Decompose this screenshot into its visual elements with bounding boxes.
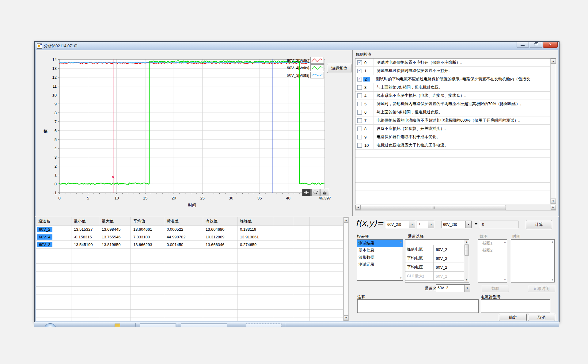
zoom-magnifier-icon[interactable]: [311, 189, 320, 196]
ok-button[interactable]: 确定: [499, 314, 527, 321]
scroll-up-icon[interactable]: ▲: [504, 241, 506, 243]
rules-hscroll-thumb[interactable]: [361, 205, 506, 210]
scroll-thumb[interactable]: [465, 245, 469, 256]
checkbox-icon[interactable]: [357, 85, 362, 90]
formula-result-field[interactable]: 0: [480, 221, 518, 228]
checkbox-icon[interactable]: [357, 102, 362, 106]
scroll-up-icon[interactable]: ▲: [465, 241, 468, 243]
checkbox-icon[interactable]: [357, 93, 362, 98]
checkbox-icon[interactable]: [357, 143, 362, 148]
column-header[interactable]: 最大值: [99, 217, 131, 226]
table-row[interactable]: [36, 264, 343, 271]
chevron-down-icon[interactable]: ▼: [428, 221, 434, 228]
column-header[interactable]: 通道名: [36, 217, 71, 226]
comment-field[interactable]: [357, 299, 479, 313]
close-button[interactable]: ×: [543, 42, 558, 48]
rule-row[interactable]: [355, 199, 551, 204]
start-orb-icon[interactable]: [45, 323, 56, 327]
legend-item-60v4[interactable]: 60V_4[Volts]: [276, 65, 324, 71]
column-header[interactable]: [273, 217, 293, 226]
rule-row[interactable]: 10电机过负载电流应大于其稳态工作电流。: [355, 141, 551, 150]
scroll-down-icon[interactable]: ▼: [465, 279, 468, 281]
scroll-down-icon[interactable]: ▼: [551, 279, 554, 281]
snapshot-item[interactable]: 截图2: [478, 247, 507, 254]
taskbar-window-button[interactable]: [246, 323, 282, 327]
rule-row[interactable]: [355, 150, 551, 158]
table-row[interactable]: [36, 310, 343, 317]
chevron-down-icon[interactable]: ▼: [409, 221, 415, 228]
statistics-table[interactable]: 通道名最小值最大值平均值标准差有效值峰峰值60V_213.51532713.69…: [36, 217, 344, 321]
checkbox-icon[interactable]: [357, 127, 362, 131]
checkbox-checked-icon[interactable]: ✓: [357, 69, 362, 73]
column-header[interactable]: [293, 217, 309, 226]
rule-number[interactable]: 10: [363, 143, 374, 148]
legend-line-sample-icon[interactable]: [310, 57, 324, 64]
scroll-down-icon[interactable]: ▼: [344, 315, 348, 320]
channel-name-chip[interactable]: 60V_4: [37, 234, 52, 240]
table-row[interactable]: [36, 279, 343, 287]
table-row[interactable]: [36, 317, 343, 321]
rule-row[interactable]: 5测试时，发动机舱内电路保护装置的平均电流不应超过其极限的70%（除熔断丝）。: [355, 100, 551, 108]
scroll-down-icon[interactable]: ▼: [504, 279, 506, 281]
table-row[interactable]: 60V_313.54519013.81985013.6662930.001450…: [36, 241, 343, 248]
channel-value[interactable]: 60V_2: [434, 247, 464, 252]
rule-number[interactable]: 9: [363, 135, 374, 139]
rule-row[interactable]: [355, 158, 551, 166]
scroll-down-icon[interactable]: ▼: [400, 277, 402, 279]
table-row[interactable]: [36, 287, 343, 294]
channel-name-chip[interactable]: 60V_2: [37, 227, 52, 232]
rule-row[interactable]: 4线束系统不应发生损坏（电线、连接器、接线盒）。: [355, 92, 551, 100]
column-header[interactable]: [309, 217, 343, 226]
rule-row[interactable]: [355, 191, 551, 199]
legend-line-sample-icon[interactable]: [310, 64, 324, 71]
rules-horizontal-scrollbar[interactable]: ◄ ►: [355, 205, 556, 210]
rule-number[interactable]: 6: [363, 110, 374, 115]
snapshot-list[interactable]: ▲ ▼ 截图1截图2: [478, 239, 507, 282]
rule-row[interactable]: ✓0测试时电路保护装置不应打开（保险不应熔断）。: [355, 59, 551, 67]
channel-select-table[interactable]: 峰值电流60V_2平均电流60V_2平均电压60V_2CH1最大(60V_2 ▲…: [405, 239, 469, 282]
table-row[interactable]: [36, 256, 343, 264]
folder-icon[interactable]: [115, 324, 120, 327]
rule-number[interactable]: 3: [363, 85, 374, 90]
titlebar[interactable]: 分析[A02114.0710] ×: [35, 42, 559, 50]
pan-hand-icon[interactable]: [321, 189, 329, 196]
checkbox-checked-icon[interactable]: ✓: [357, 60, 362, 65]
rule-number[interactable]: 7: [363, 118, 374, 123]
column-header[interactable]: 有效值: [203, 217, 237, 226]
taskbar-window-button[interactable]: [181, 323, 227, 327]
record-time-button[interactable]: 记录时间: [528, 285, 555, 292]
crosshair-tool-icon[interactable]: [302, 189, 311, 196]
scroll-down-icon[interactable]: ▼: [551, 199, 556, 204]
rule-number[interactable]: 0: [363, 60, 374, 65]
table-row[interactable]: [36, 294, 343, 302]
cancel-button[interactable]: 取消: [528, 314, 555, 321]
restore-button[interactable]: [530, 42, 542, 48]
cursor-reset-button[interactable]: 游标复位: [327, 64, 351, 73]
current-clamp-model-field[interactable]: [481, 299, 550, 313]
scroll-up-icon[interactable]: ▲: [400, 241, 402, 243]
rule-row[interactable]: 9电路保护器件选取不利于成本优化。: [355, 133, 551, 141]
taskbar[interactable]: [34, 322, 559, 327]
checkbox-checked-icon[interactable]: ✓: [357, 77, 362, 82]
channel-value[interactable]: 60V_2: [434, 265, 464, 270]
operator-dropdown[interactable]: + ▼: [417, 221, 434, 228]
channel-value[interactable]: 60V_2: [434, 274, 464, 279]
rule-number[interactable]: 4: [363, 93, 374, 98]
channel-name-chip[interactable]: 60V_3: [37, 242, 52, 247]
checkbox-icon[interactable]: [357, 118, 362, 123]
channel-select-row[interactable]: 平均电流60V_2: [405, 254, 464, 263]
rule-number[interactable]: 5: [363, 102, 374, 106]
rule-row[interactable]: ✓2测试时的平均电流不应超过电路保护装置的极限--电路保护装置不在发动机舱内（包…: [355, 75, 551, 83]
table-row[interactable]: [36, 271, 343, 279]
column-header[interactable]: 平均值: [131, 217, 164, 226]
operand2-dropdown[interactable]: 60V_2最 ▼: [442, 221, 472, 228]
scroll-up-icon[interactable]: ▲: [551, 241, 554, 243]
legend-item-60v2[interactable]: 60V_2[Volts]: [276, 57, 324, 63]
horizontal-splitter[interactable]: [35, 216, 559, 217]
calculate-button[interactable]: 计算: [526, 220, 552, 229]
channel-select-scrollbar[interactable]: ▲ ▼: [464, 240, 469, 282]
rule-row[interactable]: [355, 174, 551, 183]
column-header[interactable]: 峰峰值: [237, 217, 273, 226]
scroll-up-icon[interactable]: ▲: [551, 59, 556, 64]
channel-value[interactable]: 60V_2: [434, 256, 464, 261]
